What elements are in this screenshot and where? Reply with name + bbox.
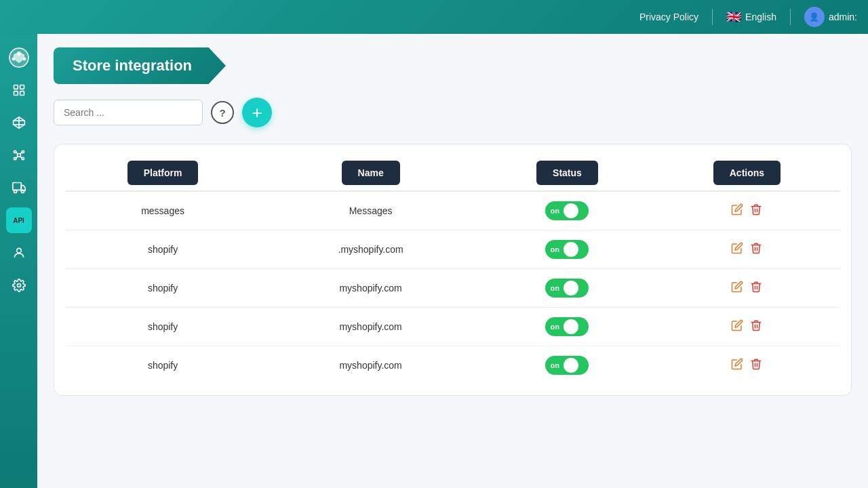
page-title: Store integration xyxy=(54,47,226,84)
svg-point-1 xyxy=(17,52,21,56)
api-label: API xyxy=(10,216,27,226)
action-icons xyxy=(667,203,827,219)
svg-point-3 xyxy=(22,58,26,61)
svg-rect-6 xyxy=(14,92,18,96)
svg-point-15 xyxy=(14,157,16,159)
topbar-divider2 xyxy=(790,9,791,25)
table-header: Platform Name Status xyxy=(65,155,840,191)
toggle-on-label: on xyxy=(547,323,561,331)
sidebar-item-grid[interactable] xyxy=(6,110,32,136)
delete-button[interactable] xyxy=(750,203,762,219)
avatar: 👤 xyxy=(804,7,825,27)
column-platform: Platform xyxy=(65,155,260,191)
cell-platform: shopify xyxy=(65,230,260,269)
content-area: Store integration ? + Platform xyxy=(37,34,868,488)
svg-rect-7 xyxy=(20,92,24,96)
delete-button[interactable] xyxy=(750,358,762,373)
svg-point-16 xyxy=(22,157,24,159)
sidebar-item-truck[interactable] xyxy=(6,175,32,201)
svg-point-25 xyxy=(17,284,20,287)
svg-point-2 xyxy=(12,58,15,61)
status-toggle[interactable]: on xyxy=(545,317,589,336)
svg-point-13 xyxy=(14,150,16,152)
delete-button[interactable] xyxy=(750,319,762,335)
column-status: Status xyxy=(481,155,654,191)
toggle-on-label: on xyxy=(547,284,561,292)
svg-line-19 xyxy=(16,157,17,159)
sidebar-item-molecule[interactable] xyxy=(6,142,32,168)
cell-actions xyxy=(654,346,840,385)
svg-point-22 xyxy=(14,190,16,192)
integrations-table: Platform Name Status xyxy=(65,155,840,384)
cell-name: myshopify.com xyxy=(260,269,481,308)
toggle-knob xyxy=(564,281,578,296)
svg-line-20 xyxy=(20,157,22,159)
table-row: messagesMessageson xyxy=(65,191,840,230)
sidebar: API xyxy=(0,34,37,488)
admin-menu[interactable]: 👤 admin: xyxy=(804,7,857,27)
toggle-knob xyxy=(564,242,578,257)
main-layout: API Store integration ? + xyxy=(0,34,868,488)
edit-button[interactable] xyxy=(731,281,743,296)
table-container: Platform Name Status xyxy=(54,144,852,396)
flag-icon: 🇬🇧 xyxy=(726,9,741,24)
language-label: English xyxy=(745,12,776,22)
svg-point-23 xyxy=(21,190,24,192)
delete-button[interactable] xyxy=(750,242,762,258)
status-toggle[interactable]: on xyxy=(545,279,589,298)
svg-line-18 xyxy=(20,152,22,155)
cell-actions xyxy=(654,269,840,308)
svg-point-14 xyxy=(22,150,24,152)
sidebar-item-settings[interactable] xyxy=(6,272,32,298)
table-body: messagesMessagesonshopify.myshopify.como… xyxy=(65,191,840,384)
cell-platform: shopify xyxy=(65,308,260,346)
table-row: shopifymyshopify.comon xyxy=(65,308,840,346)
toggle-knob xyxy=(564,203,578,218)
table-row: shopifymyshopify.comon xyxy=(65,346,840,385)
edit-button[interactable] xyxy=(731,358,743,373)
cell-actions xyxy=(654,308,840,346)
privacy-policy-link[interactable]: Privacy Policy xyxy=(639,12,698,22)
sidebar-item-users[interactable] xyxy=(6,240,32,266)
sidebar-item-api[interactable]: API xyxy=(6,207,32,233)
toggle-knob xyxy=(564,358,578,373)
cell-actions xyxy=(654,191,840,230)
column-name: Name xyxy=(260,155,481,191)
toggle-knob xyxy=(564,319,578,334)
table-row: shopifymyshopify.comon xyxy=(65,269,840,308)
status-toggle[interactable]: on xyxy=(545,201,589,220)
cell-status: on xyxy=(481,308,654,346)
toggle-on-label: on xyxy=(547,207,561,215)
cell-status: on xyxy=(481,346,654,385)
edit-button[interactable] xyxy=(731,242,743,258)
search-input[interactable] xyxy=(54,100,203,125)
edit-button[interactable] xyxy=(731,319,743,335)
topbar: Privacy Policy 🇬🇧 English 👤 admin: xyxy=(0,0,868,34)
status-toggle[interactable]: on xyxy=(545,356,589,375)
table-row: shopify.myshopify.comon xyxy=(65,230,840,269)
cell-name: myshopify.com xyxy=(260,308,481,346)
sidebar-logo[interactable] xyxy=(6,45,32,70)
svg-rect-5 xyxy=(20,85,24,89)
sidebar-item-dashboard[interactable] xyxy=(6,77,32,103)
cell-platform: shopify xyxy=(65,346,260,385)
cell-platform: messages xyxy=(65,191,260,230)
edit-button[interactable] xyxy=(731,203,743,219)
topbar-divider xyxy=(712,9,713,25)
language-selector[interactable]: 🇬🇧 English xyxy=(726,9,776,24)
cell-name: myshopify.com xyxy=(260,346,481,385)
status-toggle[interactable]: on xyxy=(545,240,589,259)
cell-status: on xyxy=(481,269,654,308)
help-button[interactable]: ? xyxy=(211,101,234,124)
svg-rect-21 xyxy=(12,183,20,190)
action-icons xyxy=(667,358,827,373)
cell-name: Messages xyxy=(260,191,481,230)
delete-button[interactable] xyxy=(750,281,762,296)
svg-line-17 xyxy=(16,152,17,155)
add-button[interactable]: + xyxy=(242,98,272,127)
cell-platform: shopify xyxy=(65,269,260,308)
admin-label: admin: xyxy=(829,12,857,22)
toggle-on-label: on xyxy=(547,245,561,253)
cell-status: on xyxy=(481,191,654,230)
cell-name: .myshopify.com xyxy=(260,230,481,269)
